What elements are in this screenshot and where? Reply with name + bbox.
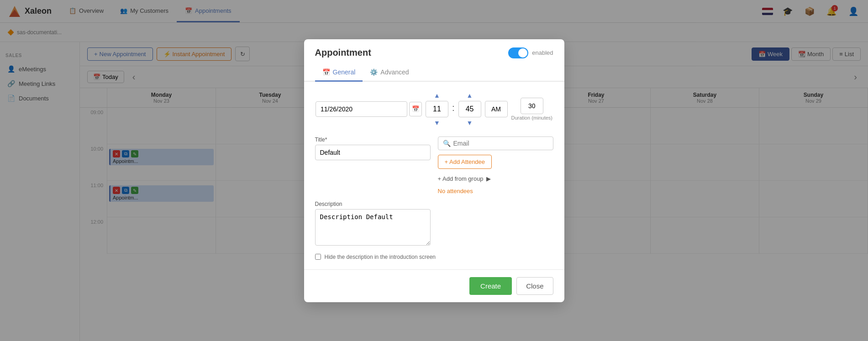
close-button[interactable]: Close [516,277,553,295]
date-input[interactable] [316,101,407,117]
description-row: Description Description Default [315,201,553,247]
modal-tabs: 📅 General ⚙️ Advanced [304,64,564,82]
description-textarea[interactable]: Description Default [315,209,431,246]
tab-general[interactable]: 📅 General [315,64,363,82]
hide-description-row: Hide the description in the introduction… [315,254,553,260]
tab-advanced[interactable]: ⚙️ Advanced [363,64,416,82]
date-input-group: 📅 [316,101,422,117]
duration-input[interactable] [521,98,543,114]
toggle-knob [518,48,527,58]
modal-overlay[interactable]: Appointment enabled 📅 General ⚙️ Advance… [0,0,868,341]
add-attendee-button[interactable]: + Add Attendee [438,155,492,169]
title-input[interactable] [315,145,431,160]
general-tab-icon: 📅 [322,68,330,76]
attendee-section: + Add Attendee + Add from group ▶ No att… [438,155,553,194]
email-col: 🔍 + Add Attendee + Add from group ▶ No a… [438,136,553,194]
duration-group: Duration (minutes) [511,98,552,121]
hide-description-label: Hide the description in the introduction… [325,254,436,260]
calendar-picker-button[interactable]: 📅 [409,102,422,116]
minute-input[interactable] [458,101,481,117]
hour-input[interactable] [426,101,448,117]
search-icon: 🔍 [443,140,451,147]
toggle-group: enabled [508,47,553,58]
modal-body: 📅 ▲ ▼ : ▲ ▼ AM Duration (minutes) [304,82,564,269]
description-col: Description Description Default [315,201,431,247]
ampm-button[interactable]: AM [485,101,508,117]
modal-title: Appointment [315,47,371,58]
modal-header: Appointment enabled [304,39,564,58]
duration-label: Duration (minutes) [511,115,552,121]
minute-down-button[interactable]: ▼ [464,118,476,127]
create-button[interactable]: Create [469,277,512,295]
title-label: Title* [315,136,431,143]
minute-up-button[interactable]: ▲ [464,91,476,100]
arrow-right-icon: ▶ [486,175,491,182]
appointment-modal: Appointment enabled 📅 General ⚙️ Advance… [304,39,564,302]
email-input[interactable] [453,140,548,147]
hide-description-checkbox[interactable] [315,254,321,260]
description-label: Description [315,201,431,207]
hour-up-button[interactable]: ▲ [431,91,443,100]
date-time-row: 📅 ▲ ▼ : ▲ ▼ AM Duration (minutes) [315,91,553,127]
title-col: Title* [315,136,431,194]
add-from-group[interactable]: + Add from group ▶ [438,173,553,184]
time-separator: : [452,103,455,115]
no-attendees-label: No attendees [438,188,553,194]
toggle-label: enabled [532,49,553,56]
hour-spinner: ▲ ▼ [426,91,448,127]
email-search[interactable]: 🔍 [438,136,553,150]
enabled-toggle[interactable] [508,47,528,58]
advanced-tab-icon: ⚙️ [370,68,378,76]
hour-down-button[interactable]: ▼ [431,118,443,127]
title-email-row: Title* 🔍 + Add Attendee + Add from group… [315,136,553,194]
description-right-col [438,201,553,247]
modal-footer: Create Close [304,269,564,302]
minute-spinner: ▲ ▼ [458,91,481,127]
